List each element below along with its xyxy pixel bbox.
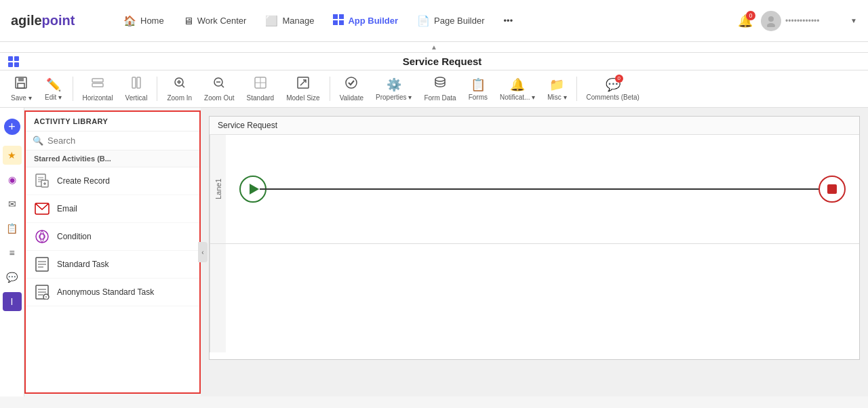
activity-library-panel: ACTIVITY LIBRARY 🔍 Starred Activities (B… bbox=[24, 110, 201, 394]
panel-collapse-handle[interactable]: ‹ bbox=[198, 242, 208, 262]
notification-button[interactable]: 🔔 0 bbox=[738, 14, 753, 28]
avatar-area[interactable]: •••••••••••• ▼ bbox=[761, 11, 857, 31]
collapse-bar[interactable]: ▲ bbox=[0, 42, 868, 53]
chevron-down-icon: ▼ bbox=[850, 17, 857, 24]
toolbar-standard-label: Standard bbox=[247, 94, 275, 102]
avatar bbox=[761, 11, 781, 31]
end-node[interactable] bbox=[818, 176, 846, 203]
forms-icon: 📋 bbox=[471, 77, 486, 92]
nav-work-center[interactable]: 🖥 Work Center bbox=[175, 9, 255, 32]
nav-home[interactable]: 🏠 Home bbox=[115, 9, 172, 33]
monitor-icon: 🖥 bbox=[183, 15, 193, 26]
vertical-icon bbox=[130, 76, 143, 93]
sidebar-activity-1[interactable]: ◉ bbox=[3, 170, 22, 189]
toolbar-vertical-label: Vertical bbox=[125, 94, 148, 102]
toolbar-edit[interactable]: ✏️ Edit ▾ bbox=[39, 75, 68, 104]
main-area: + ★ ◉ ✉ 📋 ≡ 💬 I ACTIVITY LIBRARY 🔍 Starr… bbox=[0, 108, 868, 396]
search-input[interactable] bbox=[47, 136, 193, 146]
svg-rect-11 bbox=[132, 77, 136, 88]
svg-rect-3 bbox=[339, 20, 344, 25]
save-icon bbox=[14, 76, 28, 93]
create-record-icon bbox=[34, 173, 50, 189]
toolbar-standard[interactable]: Standard bbox=[241, 73, 280, 104]
sidebar-activity-3[interactable]: 📋 bbox=[3, 219, 22, 238]
grid-cell-1 bbox=[8, 56, 13, 61]
toolbar-zoom-in[interactable]: Zoom In bbox=[161, 73, 197, 104]
sidebar-activity-2[interactable]: ✉ bbox=[3, 195, 22, 213]
toolbar-comments-label: Comments (Beta) bbox=[587, 94, 639, 101]
nav-more[interactable]: ••• bbox=[496, 10, 521, 31]
sidebar-starred[interactable]: ★ bbox=[3, 146, 22, 165]
sidebar-activity-6[interactable]: I bbox=[3, 292, 22, 311]
toolbar-zoom-in-label: Zoom In bbox=[167, 94, 192, 102]
logo: agilepoint bbox=[11, 13, 99, 28]
toolbar-divider-4 bbox=[576, 77, 577, 101]
svg-rect-0 bbox=[333, 14, 338, 19]
toolbar-validate[interactable]: Validate bbox=[334, 73, 369, 104]
validate-icon bbox=[344, 76, 358, 93]
activity-item-create-record[interactable]: Create Record bbox=[26, 167, 199, 195]
toolbar-vertical[interactable]: Vertical bbox=[120, 73, 153, 104]
svg-point-4 bbox=[768, 16, 774, 22]
more-label: ••• bbox=[504, 16, 513, 26]
nav-manage[interactable]: ⬜ Manage bbox=[257, 9, 322, 33]
toolbar-horizontal[interactable]: Horizontal bbox=[77, 73, 119, 104]
toolbar-notifications-label: Notificat... ▾ bbox=[500, 94, 535, 101]
toolbar-validate-label: Validate bbox=[340, 94, 363, 102]
home-icon: 🏠 bbox=[123, 15, 136, 27]
model-size-icon bbox=[296, 76, 310, 93]
top-nav: agilepoint 🏠 Home 🖥 Work Center ⬜ Manage… bbox=[0, 0, 868, 42]
create-record-label: Create Record bbox=[57, 176, 110, 186]
activity-item-email[interactable]: Email bbox=[26, 195, 199, 223]
toolbar-model-size[interactable]: Model Size bbox=[281, 73, 325, 104]
app-builder-icon bbox=[333, 14, 344, 27]
condition-label: Condition bbox=[57, 232, 92, 241]
email-label: Email bbox=[57, 204, 77, 213]
activity-library-header: ACTIVITY LIBRARY bbox=[26, 112, 199, 131]
zoom-out-icon bbox=[212, 76, 226, 93]
activity-item-standard-task[interactable]: Standard Task bbox=[26, 251, 199, 279]
toolbar-misc[interactable]: 📁 Misc ▾ bbox=[542, 75, 572, 104]
activity-item-condition[interactable]: Condition bbox=[26, 223, 199, 251]
toolbar-form-data-label: Form Data bbox=[424, 94, 456, 102]
toolbar-comments[interactable]: 💬 0 Comments (Beta) bbox=[581, 75, 645, 104]
starred-section-header: Starred Activities (B... bbox=[26, 150, 199, 167]
svg-point-34 bbox=[36, 230, 48, 243]
toolbar-save-label: Save ▾ bbox=[11, 94, 32, 102]
activity-item-anonymous-task[interactable]: ? Anonymous Standard Task bbox=[26, 279, 199, 306]
toolbar-divider-3 bbox=[330, 77, 330, 101]
toolbar-properties[interactable]: ⚙️ Properties ▾ bbox=[370, 75, 417, 104]
lane-2-content bbox=[226, 244, 859, 352]
activity-list: Starred Activities (B... Create Record E… bbox=[26, 150, 199, 392]
comments-icon: 💬 0 bbox=[606, 77, 620, 92]
nav-app-builder[interactable]: App Builder bbox=[325, 9, 406, 33]
sidebar-activity-4[interactable]: ≡ bbox=[3, 243, 22, 262]
svg-rect-2 bbox=[333, 20, 338, 25]
toolbar-zoom-out[interactable]: Zoom Out bbox=[199, 73, 239, 104]
activity-search-bar: 🔍 bbox=[26, 131, 199, 150]
lane-2 bbox=[210, 244, 859, 352]
standard-task-icon bbox=[34, 256, 50, 272]
canvas-title: Service Request bbox=[210, 117, 859, 135]
add-activity-button[interactable]: + bbox=[4, 119, 20, 135]
toolbar-save[interactable]: Save ▾ bbox=[5, 73, 37, 104]
nav-work-center-label: Work Center bbox=[197, 16, 247, 26]
grid-cell-4 bbox=[14, 62, 19, 67]
toolbar-form-data[interactable]: Form Data bbox=[418, 73, 461, 104]
logo-point: point bbox=[42, 13, 75, 28]
comments-badge: 0 bbox=[615, 75, 623, 83]
svg-line-14 bbox=[182, 85, 184, 88]
toolbar-forms-label: Forms bbox=[469, 94, 488, 101]
email-icon bbox=[34, 201, 50, 217]
toolbar-forms[interactable]: 📋 Forms bbox=[463, 75, 493, 104]
nav-app-builder-label: App Builder bbox=[348, 16, 398, 26]
sidebar-activity-5[interactable]: 💬 bbox=[3, 268, 22, 287]
nav-page-builder[interactable]: 📄 Page Builder bbox=[409, 9, 492, 33]
toolbar-notifications[interactable]: 🔔 Notificat... ▾ bbox=[494, 75, 540, 104]
toolbar-properties-label: Properties ▾ bbox=[376, 94, 412, 101]
lane-2-label bbox=[210, 244, 226, 352]
toolbar-zoom-out-label: Zoom Out bbox=[204, 94, 234, 102]
subtitle-bar: Service Request bbox=[0, 53, 868, 70]
svg-rect-9 bbox=[92, 79, 103, 82]
notifications-icon: 🔔 bbox=[510, 77, 525, 92]
